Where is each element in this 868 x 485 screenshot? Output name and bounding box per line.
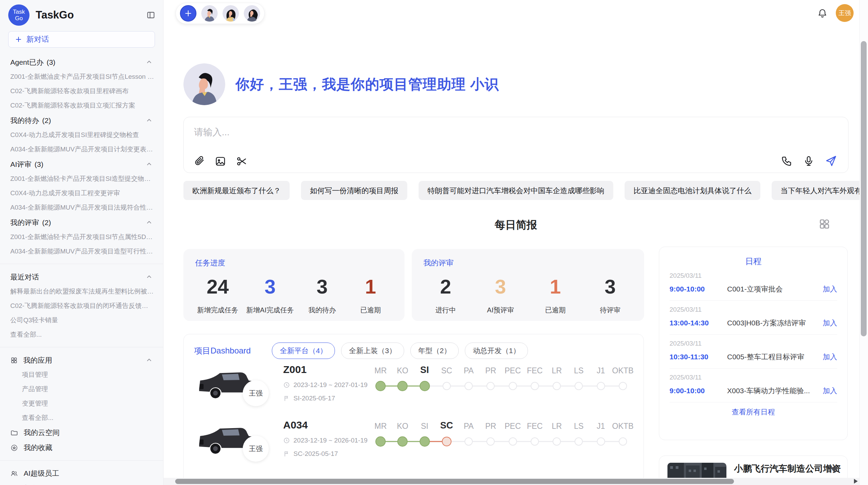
list-item[interactable]: C0X4-动力总成开发项目工程变更评审 [0,186,163,200]
schedule-time: 13:00-14:30 [670,319,727,327]
list-item[interactable]: A034-全新新能源MUV产品开发项目法规符合性评审 [0,200,163,215]
join-link[interactable]: 加入 [823,318,837,328]
list-item[interactable]: 公司Q3轻卡销量 [0,313,163,327]
view-all-chats-link[interactable]: 查看全部... [0,327,163,342]
avatar[interactable] [222,5,239,22]
join-link[interactable]: 加入 [823,386,837,396]
sidebar-item-label: 帮我写作 [24,484,52,485]
list-item[interactable]: Z001-全新燃油轻卡产品开发项目SI造型提交物评审 [0,172,163,186]
send-icon[interactable] [825,155,837,167]
section-ai-review[interactable]: AI评审 (3) [0,157,163,172]
sidebar-collapse-icon[interactable] [146,10,156,20]
chevron-up-icon [145,161,153,168]
milestone-label: LS [568,422,590,431]
notification-bell-icon[interactable] [817,8,828,18]
user-avatar[interactable]: 王强 [836,4,854,22]
milestone-label: MR [370,422,391,431]
section-title: 我的评审 [10,218,39,227]
project-dashboard-card: 项目Dashboard 全新平台（4） 全新上装（3） 年型（2） 动总开发（1… [183,334,644,485]
stat-value: 2 [425,275,466,298]
attachment-paperclip-icon[interactable] [193,156,205,167]
phone-call-icon[interactable] [781,155,793,167]
schedule-name: C001-立项审批会 [727,284,823,294]
view-all-apps-link[interactable]: 查看全部... [0,411,163,425]
view-all-schedule-link[interactable]: 查看所有日程 [670,402,837,422]
section-recent-chats[interactable]: 最近对话 [0,269,163,284]
list-item[interactable]: 解释最新出台的欧盟报废车法规再生塑料比例被调至15%... [0,284,163,299]
milestone-dot [575,382,583,390]
tab-model-year[interactable]: 年型（2） [410,343,459,359]
sidebar-item-project-mgmt[interactable]: 项目管理 [0,368,163,382]
horizontal-scrollbar-thumb[interactable] [175,479,734,484]
flag-icon [283,395,290,402]
project-dates: 2023-12-19 ~ 2026-01-19 [283,437,370,444]
layout-grid-icon[interactable] [818,218,831,230]
list-item[interactable]: A034-全新新能源MUV产品开发项目造型可行性评审 [0,244,163,259]
list-item[interactable]: C02-飞腾新能源轻客改款项目的闭环通告反馈情况 [0,299,163,313]
new-chat-button[interactable]: 新对话 [8,31,155,48]
sidebar-item-help-write[interactable]: 帮我写作 [0,481,163,485]
section-my-review[interactable]: 我的评审 (2) [0,215,163,230]
stat: 3 待评审 [590,275,630,315]
stat-value: 1 [535,275,576,298]
schedule-item: 2025/03/11 13:00-14:30 C003|H0B-方案冻结评审 加… [670,301,837,335]
list-item[interactable]: C02-飞腾新能源轻客改款项目里程碑画布 [0,84,163,98]
list-item[interactable]: Z001-全新燃油轻卡产品开发项目SI节点属性5D文件评审 [0,230,163,244]
milestone-label: SI [414,422,436,431]
vertical-scrollbar-thumb[interactable] [861,41,867,336]
suggestion-chip[interactable]: 比亚迪全固态电池计划具体说了什么 [625,181,760,200]
scissors-icon[interactable] [236,156,248,167]
list-item[interactable]: C0X4-动力总成开发项目SI里程碑提交物检查 [0,128,163,142]
milestone-dot-done [420,436,430,447]
image-icon[interactable] [215,156,226,167]
chevron-up-icon [145,219,153,226]
list-item[interactable]: Z001-全新燃油皮卡产品开发项目SI节点Lesson Learn报告 [0,70,163,84]
sidebar-item-ai-employee[interactable]: AI超级员工 [0,466,163,481]
milestone-label: PA [458,422,480,431]
suggestion-chip[interactable]: 欧洲新规最近颁布了什么？ [183,181,290,200]
join-link[interactable]: 加入 [823,352,837,362]
add-agent-button[interactable] [180,5,196,22]
section-count: (2) [42,219,51,227]
join-link[interactable]: 加入 [823,284,837,294]
section-my-todo[interactable]: 我的待办 (2) [0,113,163,128]
list-item[interactable]: A034-全新新能源MUV产品开发项目计划变更表编写 [0,142,163,157]
microphone-icon[interactable] [803,155,815,167]
divider [0,460,163,461]
scroll-down-indicator[interactable] [830,467,838,472]
section-agent-done[interactable]: Agent已办 (3) [0,54,163,70]
milestone-label: FEC [524,422,546,431]
avatar[interactable] [201,5,218,22]
milestone-dot [486,382,495,390]
milestone-label: PEC [502,366,524,375]
tab-new-body[interactable]: 全新上装（3） [341,343,404,359]
logo-line2: Go [15,15,23,22]
suggestion-chip[interactable]: 当下年轻人对汽车外观有怎样的喜好趋势 [772,181,868,200]
sidebar-item-change-mgmt[interactable]: 变更管理 [0,396,163,411]
suggestion-chip[interactable]: 如何写一份清晰的项目周报 [301,181,407,200]
tab-new-platform[interactable]: 全新平台（4） [272,343,335,359]
sidebar-item-cloud-space[interactable]: 我的云空间 [0,425,163,440]
milestone-dot [465,437,473,446]
milestone-label: KO [391,422,413,431]
section-title: 我的应用 [23,356,52,365]
stat-label: 进行中 [425,306,466,315]
project-row[interactable]: 王强 Z001 2023-12-19 ~ 2027-01-19 SI-2025-… [194,361,634,414]
sidebar-item-favorites[interactable]: 我的收藏 [0,440,163,455]
milestone-dot [509,382,517,390]
project-flag: SC-2025-05-17 [283,450,370,458]
milestone-dot-done [397,381,408,391]
scroll-right-arrow[interactable] [854,479,858,484]
milestone-dot [597,437,605,446]
sidebar-item-product-mgmt[interactable]: 产品管理 [0,382,163,396]
chat-input[interactable] [193,125,835,143]
project-info: Z001 2023-12-19 ~ 2027-01-19 SI-2025-05-… [283,361,370,414]
project-flag: SI-2025-05-17 [283,395,370,402]
section-my-apps[interactable]: 我的应用 [0,352,163,368]
project-row[interactable]: 王强 A034 2023-12-19 ~ 2026-01-19 SC-2025-… [194,416,634,470]
sidebar: Task Go TaskGo 新对话 Agent已办 (3) Z001-全新燃油… [0,0,164,485]
avatar[interactable] [244,5,260,22]
suggestion-chip[interactable]: 特朗普可能对进口汽车增税会对中国车企造成哪些影响 [419,181,613,200]
tab-powertrain[interactable]: 动总开发（1） [465,343,528,359]
list-item[interactable]: C02-飞腾新能源轻客改款项目立项汇报方案 [0,98,163,113]
